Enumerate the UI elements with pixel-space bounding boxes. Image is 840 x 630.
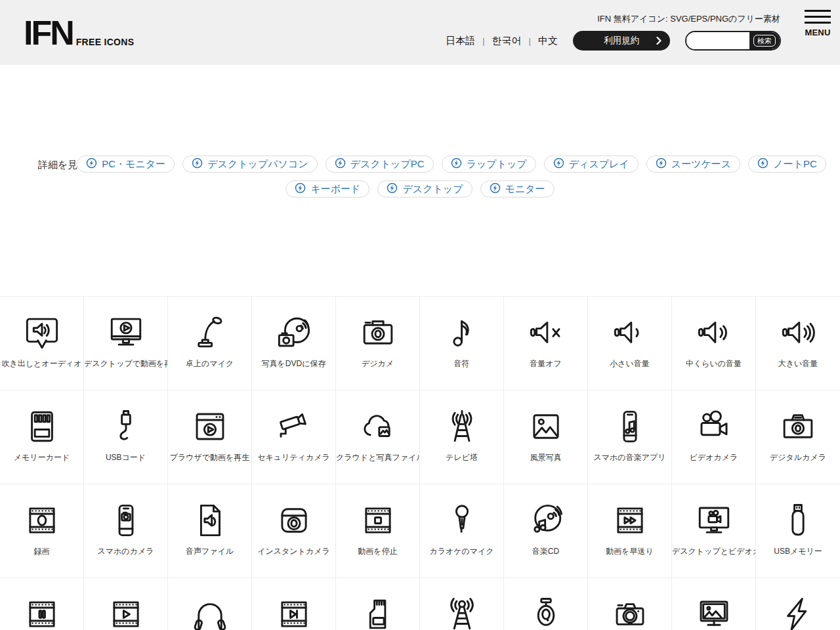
icon-cell[interactable]: 録画 bbox=[0, 484, 84, 578]
tag-pill[interactable]: デスクトップPC bbox=[326, 156, 434, 173]
icon-cell[interactable] bbox=[588, 578, 672, 630]
circled-lightning-icon bbox=[387, 182, 398, 196]
film-play-icon bbox=[107, 594, 145, 630]
tag-pill[interactable]: デスクトップパソコン bbox=[182, 156, 318, 173]
lang-link-korean[interactable]: 한국어 bbox=[492, 35, 522, 47]
site-tagline: IFN 無料アイコン: SVG/EPS/PNGのフリー素材 bbox=[597, 13, 780, 25]
film-pause-icon bbox=[23, 594, 61, 630]
tag-label: PC・モニター bbox=[102, 158, 165, 171]
circled-lightning-icon bbox=[335, 158, 346, 171]
menu-label: MENU bbox=[805, 28, 831, 37]
tag-pill[interactable]: キーボード bbox=[285, 180, 369, 198]
icon-label: 中くらいの音量 bbox=[686, 358, 742, 369]
icon-label: インスタントカメラ bbox=[257, 546, 330, 557]
phone-music-app-icon bbox=[611, 406, 649, 447]
icon-cell[interactable]: カラオケのマイク bbox=[420, 484, 504, 578]
icon-label: クラウドと写真ファイル bbox=[336, 452, 419, 463]
icon-cell[interactable]: デジカメ bbox=[336, 297, 420, 390]
radio-tower-icon bbox=[443, 594, 481, 630]
digital-camera-compact-icon bbox=[359, 312, 397, 353]
icon-cell[interactable]: 音楽CD bbox=[504, 484, 588, 578]
icon-cell[interactable]: 大きい音量 bbox=[756, 297, 840, 390]
icon-cell[interactable]: ブラウザで動画を再生 bbox=[168, 390, 252, 484]
icon-cell[interactable]: 動画を停止 bbox=[336, 484, 420, 578]
icon-label: 風景写真 bbox=[530, 452, 562, 463]
icon-cell[interactable]: USBコード bbox=[84, 390, 168, 484]
terms-button[interactable]: 利用規約 bbox=[573, 31, 670, 51]
tag-pill[interactable]: PC・モニター bbox=[77, 156, 175, 173]
icon-cell[interactable]: スマホのカメラ bbox=[84, 484, 168, 578]
circled-lightning-icon bbox=[295, 182, 306, 196]
icon-cell[interactable]: 写真をDVDに保存 bbox=[252, 297, 336, 390]
search-button[interactable]: 検索 bbox=[749, 32, 780, 49]
icon-label: メモリーカード bbox=[14, 452, 70, 463]
icon-cell[interactable]: 吹き出しとオーディオ bbox=[0, 297, 84, 390]
circled-lightning-icon bbox=[757, 158, 768, 171]
headphones-icon bbox=[191, 594, 229, 630]
icon-cell[interactable]: 風景写真 bbox=[504, 390, 588, 484]
search-input[interactable] bbox=[686, 32, 749, 49]
icon-cell[interactable]: 音符 bbox=[420, 297, 504, 390]
icon-cell[interactable]: クラウドと写真ファイル bbox=[336, 390, 420, 484]
icon-cell[interactable] bbox=[672, 578, 756, 630]
circled-lightning-icon bbox=[86, 158, 97, 171]
icon-cell[interactable]: デスクトップとビデオカメラ bbox=[672, 484, 756, 578]
volume-low-icon bbox=[611, 312, 649, 353]
icon-cell[interactable] bbox=[756, 578, 840, 630]
icon-cell[interactable]: USBメモリー bbox=[756, 484, 840, 578]
icon-cell[interactable]: 音声ファイル bbox=[168, 484, 252, 578]
tag-label: デスクトップ bbox=[402, 183, 463, 196]
lang-link-japanese[interactable]: 日本語 bbox=[446, 35, 475, 47]
icon-cell[interactable]: 卓上のマイク bbox=[168, 297, 252, 390]
karaoke-microphone-icon bbox=[443, 500, 481, 541]
site-logo[interactable]: IFN FREE ICONS bbox=[24, 16, 134, 50]
webcam-icon bbox=[527, 594, 565, 630]
terms-button-label: 利用規約 bbox=[604, 35, 639, 47]
icon-cell[interactable]: デスクトップで動画を再生 bbox=[84, 297, 168, 390]
icon-cell[interactable] bbox=[168, 578, 252, 630]
icon-cell[interactable] bbox=[0, 578, 84, 630]
icon-cell[interactable]: ビデオカメラ bbox=[672, 390, 756, 484]
tag-row-2: キーボードデスクトップモニター bbox=[0, 180, 840, 198]
phone-camera-icon bbox=[107, 500, 145, 541]
icon-label: 動画を早送り bbox=[606, 546, 654, 557]
icon-cell[interactable]: テレビ塔 bbox=[420, 390, 504, 484]
icon-cell[interactable]: 小さい音量 bbox=[588, 297, 672, 390]
volume-mid-icon bbox=[695, 312, 733, 353]
volume-high-icon bbox=[779, 312, 817, 353]
desktop-video-play-icon bbox=[107, 312, 145, 353]
icon-cell[interactable]: セキュリティカメラ bbox=[252, 390, 336, 484]
icon-cell[interactable] bbox=[252, 578, 336, 630]
tag-pill[interactable]: スーツケース bbox=[646, 156, 740, 173]
sd-card-icon bbox=[359, 594, 397, 630]
tag-label: キーボード bbox=[310, 183, 360, 196]
tag-pill[interactable]: モニター bbox=[480, 180, 555, 198]
icon-label: デスクトップで動画を再生 bbox=[84, 358, 167, 369]
menu-button[interactable]: MENU bbox=[805, 10, 831, 37]
tag-pill[interactable]: ラップトップ bbox=[442, 156, 536, 173]
icon-label: 音声ファイル bbox=[186, 546, 234, 557]
icon-cell[interactable]: メモリーカード bbox=[0, 390, 84, 484]
tag-pill[interactable]: ノートPC bbox=[748, 156, 826, 173]
tag-pill[interactable]: デスクトップ bbox=[377, 180, 472, 198]
audio-file-icon bbox=[191, 500, 229, 541]
icon-label: デジカメ bbox=[362, 358, 394, 369]
icon-label: スマホのカメラ bbox=[98, 546, 154, 557]
icon-cell[interactable]: デジタルカメラ bbox=[756, 390, 840, 484]
icon-cell[interactable] bbox=[336, 578, 420, 630]
icon-cell[interactable]: 音量オフ bbox=[504, 297, 588, 390]
browser-video-play-icon bbox=[191, 406, 229, 447]
desktop-video-camera-icon bbox=[695, 500, 733, 541]
icon-cell[interactable] bbox=[504, 578, 588, 630]
tag-label: スーツケース bbox=[671, 158, 731, 171]
tag-pill[interactable]: ディスプレイ bbox=[544, 156, 639, 173]
icon-label: 音符 bbox=[454, 358, 470, 369]
lang-link-chinese[interactable]: 中文 bbox=[538, 35, 558, 47]
icon-cell[interactable]: 動画を早送り bbox=[588, 484, 672, 578]
icon-cell[interactable]: スマホの音楽アプリ bbox=[588, 390, 672, 484]
icon-cell[interactable]: 中くらいの音量 bbox=[672, 297, 756, 390]
icon-cell[interactable] bbox=[420, 578, 504, 630]
icon-cell[interactable]: インスタントカメラ bbox=[252, 484, 336, 578]
circled-lightning-icon bbox=[490, 182, 501, 196]
icon-cell[interactable] bbox=[84, 578, 168, 630]
